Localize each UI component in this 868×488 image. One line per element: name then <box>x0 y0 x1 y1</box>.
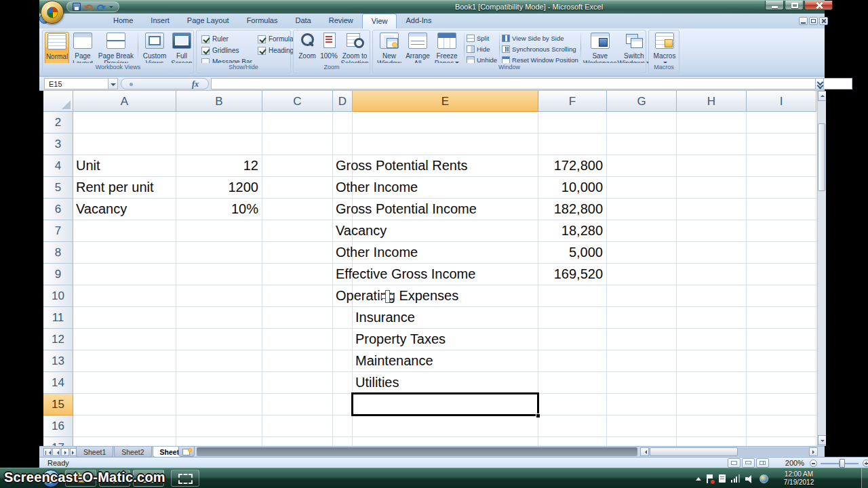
row-header-3[interactable]: 3 <box>43 134 73 155</box>
window-minimize-button[interactable] <box>765 1 784 10</box>
cell-D9[interactable]: Effective Gross Income <box>336 264 475 285</box>
row-header-5[interactable]: 5 <box>43 177 73 199</box>
cell-D7[interactable]: Vacancy <box>336 220 387 242</box>
button-macros[interactable]: Macros <box>651 32 678 65</box>
formula-input[interactable] <box>211 78 852 89</box>
undo-icon[interactable] <box>83 3 94 11</box>
workbook-close-button[interactable] <box>819 17 828 25</box>
row-header-4[interactable]: 4 <box>43 155 73 177</box>
cell-E11[interactable]: Insurance <box>355 307 415 329</box>
column-header-c[interactable]: C <box>262 91 333 112</box>
horizontal-scrollbar[interactable] <box>640 447 818 456</box>
tab-insert[interactable]: Insert <box>142 14 178 28</box>
cell-F7[interactable]: 18,280 <box>538 220 603 242</box>
action-center-flag-icon[interactable] <box>707 474 713 483</box>
office-button[interactable] <box>41 1 64 24</box>
scroll-left-icon[interactable] <box>640 447 649 456</box>
cell-F4[interactable]: 172,800 <box>538 155 603 177</box>
row-header-14[interactable]: 14 <box>43 372 73 394</box>
button-zoom-to-selection[interactable]: Zoom to Selection <box>339 32 370 65</box>
cell-E12[interactable]: Property Taxes <box>355 329 446 350</box>
hidden-icons-chevron-icon[interactable] <box>696 474 701 481</box>
cell-F8[interactable]: 5,000 <box>538 242 603 264</box>
button-switch-windows[interactable]: Switch Windows <box>617 32 651 65</box>
network-signal-icon[interactable] <box>731 474 740 483</box>
column-header-g[interactable]: G <box>607 91 677 112</box>
checkbox-gridlines[interactable]: Gridlines <box>201 46 252 55</box>
column-header-e[interactable]: E <box>353 91 538 112</box>
horizontal-scroll-thumb[interactable] <box>650 447 738 456</box>
row-header-6[interactable]: 6 <box>43 199 73 220</box>
redo-icon[interactable] <box>96 3 106 11</box>
button-page-layout[interactable]: Page Layout <box>69 32 96 65</box>
tab-view[interactable]: View <box>362 14 397 28</box>
zoom-level[interactable]: 200% <box>773 459 804 467</box>
row-header-7[interactable]: 7 <box>43 220 73 242</box>
insert-function-icon[interactable]: fx <box>192 79 199 89</box>
button-hide[interactable]: Hide <box>467 44 497 54</box>
button-normal[interactable]: Normal <box>45 32 69 65</box>
button-custom-views[interactable]: Custom Views <box>140 32 169 65</box>
volume-icon[interactable] <box>745 474 754 483</box>
cell-B5[interactable]: 1200 <box>176 177 258 199</box>
window-close-button[interactable] <box>804 1 833 10</box>
previous-sheet-icon[interactable] <box>52 448 60 456</box>
zoom-slider-thumb[interactable] <box>840 459 845 468</box>
cell-E14[interactable]: Utilities <box>355 372 399 394</box>
save-icon[interactable] <box>73 3 81 11</box>
insert-worksheet-tab[interactable] <box>178 447 195 457</box>
next-sheet-icon[interactable] <box>61 448 69 456</box>
row-header-13[interactable]: 13 <box>43 350 73 372</box>
button-arrange-all[interactable]: Arrange All <box>403 32 432 65</box>
workbook-minimize-button[interactable] <box>799 17 808 25</box>
select-all-corner[interactable] <box>43 91 73 112</box>
button-100-[interactable]: 100% <box>319 32 339 65</box>
cell-B6[interactable]: 10% <box>176 199 258 220</box>
cell-D10[interactable]: Operating Expenses <box>336 285 458 307</box>
window-maximize-button[interactable] <box>785 1 804 10</box>
expand-formula-bar-icon[interactable] <box>815 78 824 89</box>
workbook-restore-button[interactable] <box>809 17 818 25</box>
cell-F5[interactable]: 10,000 <box>538 177 603 199</box>
button-save-workspace[interactable]: Save Workspace <box>583 32 617 65</box>
tab-add-ins[interactable]: Add-Ins <box>397 14 440 28</box>
row-header-12[interactable]: 12 <box>43 329 73 350</box>
tab-data[interactable]: Data <box>286 14 319 28</box>
cell-A5[interactable]: Rent per unit <box>76 177 154 199</box>
cell-F9[interactable]: 169,520 <box>538 264 603 285</box>
sheet-tab-sheet1[interactable]: Sheet1 <box>76 447 113 458</box>
page-break-view-shortcut-icon[interactable] <box>756 458 769 468</box>
row-header-11[interactable]: 11 <box>43 307 73 329</box>
column-header-d[interactable]: D <box>333 91 353 112</box>
tab-page-layout[interactable]: Page Layout <box>178 14 238 28</box>
scroll-down-icon[interactable] <box>818 435 826 445</box>
button-zoom[interactable]: Zoom <box>296 32 319 65</box>
taskbar-clock[interactable]: 12:00 AM 7/19/2012 <box>778 470 819 487</box>
button-synchronous-scrolling[interactable]: Synchronous Scrolling <box>502 44 578 54</box>
zoom-out-icon[interactable] <box>810 460 817 467</box>
button-full-screen[interactable]: Full Screen <box>169 32 195 65</box>
cell-B4[interactable]: 12 <box>176 155 258 177</box>
tab-review[interactable]: Review <box>320 14 362 28</box>
cell-A4[interactable]: Unit <box>76 155 100 177</box>
row-header-15[interactable]: 15 <box>43 394 73 415</box>
column-header-a[interactable]: A <box>73 91 176 112</box>
scroll-up-icon[interactable] <box>818 91 826 101</box>
first-sheet-icon[interactable] <box>43 448 52 456</box>
cell-D4[interactable]: Gross Potential Rents <box>336 155 468 177</box>
tray-app-icon[interactable] <box>760 474 768 483</box>
sheet-tab-sheet2[interactable]: Sheet2 <box>114 447 151 458</box>
name-box[interactable]: E15 <box>44 78 108 89</box>
cell-D8[interactable]: Other Income <box>336 242 418 264</box>
row-header-10[interactable]: 10 <box>43 285 73 307</box>
column-header-h[interactable]: H <box>677 91 747 112</box>
column-header-i[interactable]: I <box>747 91 816 112</box>
clipboard-tray-icon[interactable] <box>719 474 726 483</box>
row-header-2[interactable]: 2 <box>43 112 73 134</box>
name-box-dropdown-icon[interactable] <box>108 78 118 89</box>
row-header-8[interactable]: 8 <box>43 242 73 264</box>
cell-A6[interactable]: Vacancy <box>76 199 127 220</box>
column-header-b[interactable]: B <box>176 91 262 112</box>
row-header-9[interactable]: 9 <box>43 264 73 285</box>
button-new-window[interactable]: New Window <box>375 32 403 65</box>
